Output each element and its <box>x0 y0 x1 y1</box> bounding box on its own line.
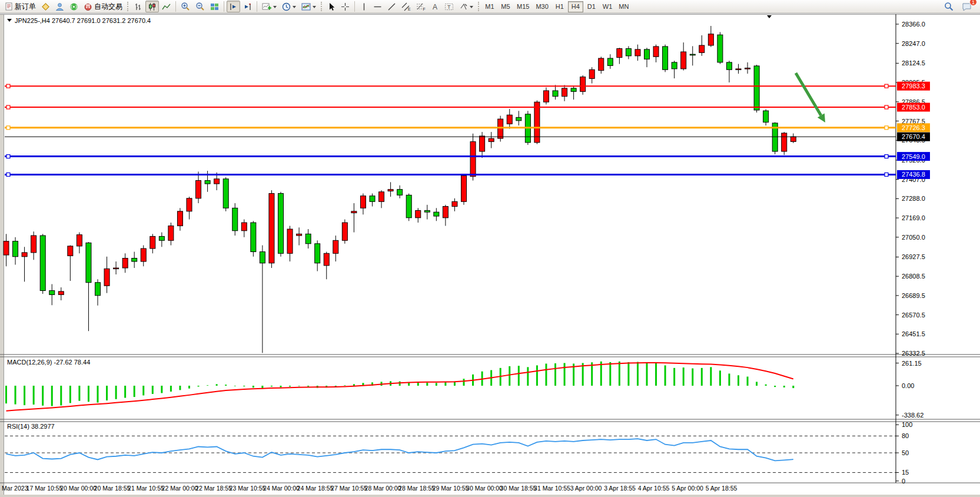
search-button[interactable] <box>942 1 956 12</box>
horizontal-line-button[interactable] <box>371 1 384 12</box>
text-label-button[interactable]: T <box>442 1 456 12</box>
svg-text:4 Apr 10:55: 4 Apr 10:55 <box>638 485 670 492</box>
period-clock-button[interactable] <box>280 1 298 12</box>
svg-text:27670.4: 27670.4 <box>902 133 925 140</box>
search-icon <box>944 2 954 11</box>
svg-text:26570.5: 26570.5 <box>902 312 925 319</box>
svg-text:5 Apr 00:00: 5 Apr 00:00 <box>672 485 703 492</box>
svg-text:27 Mar 10:55: 27 Mar 10:55 <box>331 485 367 492</box>
new-order-button[interactable]: 新订单 <box>2 1 38 12</box>
text-button[interactable]: A <box>428 1 441 12</box>
svg-text:0.00: 0.00 <box>902 382 914 389</box>
chart-shift-button[interactable] <box>241 1 254 12</box>
svg-text:27983.3: 27983.3 <box>902 82 925 90</box>
svg-text:20 Mar 18:55: 20 Mar 18:55 <box>94 485 131 492</box>
svg-text:28247.0: 28247.0 <box>902 40 925 47</box>
crosshair-button[interactable] <box>338 1 352 12</box>
bar-chart-icon <box>134 2 142 11</box>
dropdown-caret-icon <box>273 6 277 10</box>
timeframe-m5[interactable]: M5 <box>498 1 513 12</box>
svg-text:E: E <box>408 7 411 11</box>
line-chart-icon <box>162 2 171 11</box>
cursor-button[interactable] <box>325 1 338 12</box>
timeframe-m15[interactable]: M15 <box>514 1 532 12</box>
symbol-title: JPN225-,H4 27640.7 27691.0 27631.2 27670… <box>15 17 151 24</box>
svg-text:0: 0 <box>902 478 905 485</box>
autotrade-button[interactable]: 自动交易 <box>81 1 125 12</box>
svg-text:27853.0: 27853.0 <box>902 104 925 111</box>
chart-template-button[interactable] <box>299 1 318 12</box>
annotation-arrow <box>796 73 825 122</box>
tile-windows-button[interactable] <box>208 1 221 12</box>
tile-windows-icon <box>210 2 219 11</box>
toolbar-separator <box>257 1 257 12</box>
svg-text:5 Apr 18:55: 5 Apr 18:55 <box>706 485 738 492</box>
zoom-out-icon <box>195 2 205 11</box>
new-order-icon <box>5 2 13 11</box>
timeframe-h1[interactable]: H1 <box>552 1 567 12</box>
mt4-terminal: 新订单 自动交易 <box>0 0 980 497</box>
zoom-in-button[interactable] <box>178 1 192 12</box>
trendline-icon <box>387 2 396 11</box>
toolbar-grip <box>478 2 480 11</box>
toolbar-grip <box>127 2 129 11</box>
timeframe-h4[interactable]: H4 <box>568 1 583 12</box>
symbol-header[interactable]: JPN225-,H4 27640.7 27691.0 27631.2 27670… <box>7 16 151 24</box>
bar-chart-button[interactable] <box>131 1 145 12</box>
timeframe-m1[interactable]: M1 <box>482 1 497 12</box>
svg-text:28366.0: 28366.0 <box>902 21 925 28</box>
chart-canvas[interactable]: 28366.028247.028124.528005.527886.527767… <box>0 14 980 497</box>
toolbar-separator <box>175 1 176 12</box>
auto-scroll-button[interactable] <box>227 1 240 12</box>
line-chart-button[interactable] <box>160 1 173 12</box>
auto-scroll-icon <box>229 2 238 11</box>
svg-text:27288.0: 27288.0 <box>902 195 925 202</box>
svg-text:50: 50 <box>902 449 909 456</box>
trendline-button[interactable] <box>385 1 398 12</box>
candlestick-chart-button[interactable] <box>145 1 159 12</box>
chart-shift-icon <box>243 2 252 11</box>
channel-icon: E <box>401 2 411 11</box>
svg-text:26927.5: 26927.5 <box>902 253 925 260</box>
vertical-line-button[interactable] <box>357 1 370 12</box>
add-indicator-icon <box>262 2 271 11</box>
svg-text:F: F <box>423 7 426 11</box>
gold-diamond-icon <box>41 2 50 11</box>
svg-text:17 Mar 10:55: 17 Mar 10:55 <box>26 485 63 492</box>
macd-label: MACD(12,26,9) -27.62 78.44 <box>7 359 90 366</box>
dropdown-caret-icon <box>293 6 296 10</box>
notifications-button[interactable]: 1 <box>959 1 974 12</box>
fibonacci-icon: F <box>416 2 426 11</box>
add-indicator-button[interactable] <box>260 1 279 12</box>
svg-text:21 Mar 10:55: 21 Mar 10:55 <box>128 485 164 492</box>
rsi-label: RSI(14) 38.2977 <box>7 423 55 430</box>
timeframe-mn[interactable]: MN <box>616 1 632 12</box>
horizontal-line-icon <box>373 2 382 11</box>
signal-broadcast-icon <box>69 2 78 11</box>
svg-text:26808.5: 26808.5 <box>902 273 925 280</box>
svg-text:20 Mar 00:00: 20 Mar 00:00 <box>60 485 97 492</box>
svg-text:31 Mar 10:55: 31 Mar 10:55 <box>534 485 570 492</box>
timeframe-w1[interactable]: W1 <box>600 1 616 12</box>
timeframe-d1[interactable]: D1 <box>584 1 599 12</box>
zoom-out-button[interactable] <box>193 1 207 12</box>
symbol-dropdown-icon <box>7 19 12 24</box>
crosshair-icon <box>341 2 350 11</box>
autotrade-icon <box>84 2 92 11</box>
chart-menu-icon[interactable] <box>767 15 772 21</box>
toolbar: 新订单 自动交易 <box>0 0 980 14</box>
svg-text:T: T <box>447 4 451 10</box>
svg-text:28 Mar 18:55: 28 Mar 18:55 <box>398 485 435 492</box>
signals-button[interactable] <box>67 1 81 12</box>
shapes-button[interactable] <box>457 1 476 12</box>
svg-text:24 Mar 00:00: 24 Mar 00:00 <box>263 485 300 492</box>
svg-text:27436.8: 27436.8 <box>902 171 925 178</box>
timeframe-m30[interactable]: M30 <box>533 1 551 12</box>
fibonacci-button[interactable]: F <box>414 1 428 12</box>
equidistant-channel-button[interactable]: E <box>399 1 413 12</box>
svg-text:-338.62: -338.62 <box>902 412 923 419</box>
deposit-button[interactable] <box>39 1 52 12</box>
toolbar-separator <box>354 1 355 12</box>
clock-icon <box>282 2 291 11</box>
profile-button[interactable] <box>53 1 67 12</box>
